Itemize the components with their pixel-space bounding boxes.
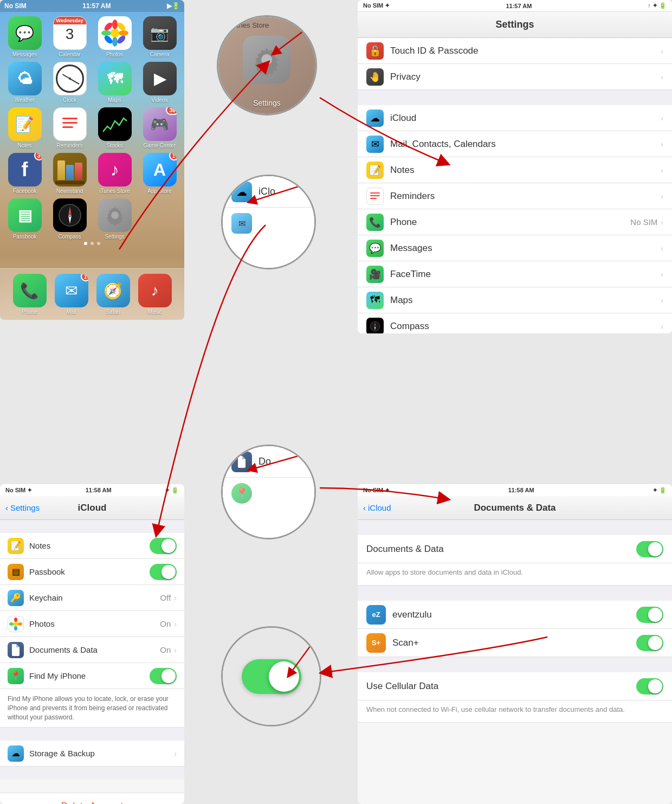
app-stocks[interactable]: Stocks (94, 107, 135, 149)
icloud-row-passbook[interactable]: ▤ Passbook (0, 559, 184, 585)
newsstand-icon[interactable] (53, 153, 87, 186)
dock-safari[interactable]: 🧭 Safari (96, 274, 130, 315)
dock-phone[interactable]: 📞 Phone (13, 274, 47, 315)
dock-music[interactable]: ♪ Music (138, 274, 172, 315)
icloud-row-findmyiphone[interactable]: 📍 Find My iPhone (0, 663, 184, 689)
app-compass[interactable]: Compass (49, 198, 90, 240)
app-gamecenter[interactable]: 36 🎮 Game Center (139, 107, 180, 149)
cellular-toggle[interactable] (636, 678, 663, 694)
dock-mail[interactable]: 1 ✉ Mail (55, 274, 88, 315)
app-settings[interactable]: Settings (94, 198, 135, 240)
notes-toggle[interactable] (150, 538, 177, 554)
camera-icon[interactable]: 📷 (143, 16, 177, 50)
reminders-icon[interactable] (53, 107, 87, 141)
calendar-icon[interactable]: Wednesday 3 (53, 16, 87, 50)
docsdata-nav-bar: ‹ iCloud Documents & Data (358, 496, 672, 520)
stocks-icon[interactable] (98, 107, 132, 141)
compass-icon[interactable] (53, 198, 87, 232)
icloud-docsdata-icon (8, 642, 24, 658)
maps-icon[interactable]: 🗺 (98, 62, 132, 95)
appstore-icon[interactable]: 1 A (143, 153, 177, 186)
docsdata-back-button[interactable]: ‹ iCloud (363, 503, 391, 512)
keychain-detail: Off (160, 593, 171, 602)
icloud-row-docsdata[interactable]: Documents & Data On › (0, 637, 184, 663)
settings-row-facetime[interactable]: 🎥 FaceTime › (358, 261, 672, 287)
app-facebook[interactable]: 3 f Facebook (4, 153, 45, 194)
videos-icon[interactable]: ▶ (143, 62, 177, 95)
settings-icon[interactable] (98, 198, 132, 232)
weather-icon[interactable]: 🌤 (8, 62, 42, 95)
touchid-chevron: › (661, 47, 663, 55)
page-indicator (0, 240, 184, 247)
app-passbook[interactable]: ▤ Passbook (4, 198, 45, 240)
cellular-description: When not connected to Wi-Fi, use cellula… (358, 700, 672, 723)
settings-row-phone[interactable]: 📞 Phone No SIM › (358, 209, 672, 235)
docsdata-row-cellular[interactable]: Use Cellular Data (358, 672, 672, 700)
dock-music-icon[interactable]: ♪ (138, 274, 172, 307)
app-camera[interactable]: 📷 Camera (139, 16, 180, 57)
facebook-icon[interactable]: 3 f (8, 153, 42, 186)
settings-row-reminders[interactable]: Reminders › (358, 183, 672, 209)
clock-icon[interactable] (53, 62, 87, 95)
itunes-icon[interactable]: ♪ (98, 153, 132, 186)
app-itunes[interactable]: ♪ iTunes Store (94, 153, 135, 194)
settings-row-maps[interactable]: 🗺 Maps › (358, 287, 672, 313)
status-battery: ▶🔋 (167, 2, 180, 10)
passbook-toggle[interactable] (150, 564, 177, 580)
settings-row-messages[interactable]: 💬 Messages › (358, 235, 672, 261)
docsdata-main-row[interactable]: Documents & Data (358, 535, 672, 563)
compass-chevron: › (661, 322, 663, 331)
app-photos[interactable]: Photos (94, 16, 135, 57)
icloud-back-button[interactable]: ‹ Settings (5, 503, 40, 512)
docsdata-main-toggle[interactable] (636, 541, 663, 557)
passbook-icon[interactable]: ▤ (8, 198, 42, 232)
icloud-row-notes[interactable]: 📝 Notes (0, 533, 184, 559)
svg-rect-9 (62, 118, 77, 119)
delete-account-button[interactable]: Delete Account (0, 793, 184, 804)
appstore-label: App Store (147, 188, 171, 194)
settings-row-compass[interactable]: Compass › (358, 313, 672, 333)
eventzulu-toggle[interactable] (636, 607, 663, 623)
app-videos[interactable]: ▶ Videos (139, 62, 180, 103)
dock-safari-icon[interactable]: 🧭 (96, 274, 130, 307)
gamecenter-badge: 36 (166, 107, 176, 115)
scanplus-toggle[interactable] (636, 635, 663, 651)
photos-icon[interactable] (98, 16, 132, 50)
app-newsstand[interactable]: Newsstand (49, 153, 90, 194)
settings-row-mailcontacts[interactable]: ✉ Mail, Contacts, Calendars › (358, 131, 672, 157)
findmyiphone-toggle[interactable] (150, 668, 177, 684)
notes-icon[interactable]: 📝 (8, 107, 42, 141)
app-placeholder (139, 198, 180, 240)
calendar-label: Calendar (59, 52, 81, 57)
docsdata-row-eventzulu[interactable]: eZ eventzulu (358, 601, 672, 629)
maps-settings-icon: 🗺 (366, 292, 384, 309)
app-calendar[interactable]: Wednesday 3 Calendar (49, 16, 90, 57)
docsdata-nav-title: Documents & Data (474, 503, 555, 513)
icloud-row-photos[interactable]: Photos On › (0, 611, 184, 637)
app-reminders[interactable]: Reminders (49, 107, 90, 149)
settings-row-privacy[interactable]: 🤚 Privacy › (358, 64, 672, 90)
svg-point-27 (9, 622, 14, 626)
settings-row-icloud[interactable]: ☁ iCloud › (358, 105, 672, 131)
icloud-back-label: Settings (10, 503, 40, 512)
messages-icon[interactable]: 💬 (8, 16, 42, 50)
icloud-row-storage[interactable]: ☁ Storage & Backup › (0, 741, 184, 767)
reminders-chevron: › (661, 192, 663, 201)
status-time: 11:57 AM (82, 2, 111, 10)
facetime-chevron: › (661, 270, 663, 279)
dock-phone-icon[interactable]: 📞 (13, 274, 47, 307)
app-maps[interactable]: 🗺 Maps (94, 62, 135, 103)
app-appstore[interactable]: 1 A App Store (139, 153, 180, 194)
app-messages[interactable]: 💬 Messages (4, 16, 45, 57)
gamecenter-icon[interactable]: 36 🎮 (143, 107, 177, 141)
app-clock[interactable]: Clock (49, 62, 90, 103)
docsdata-row-scanplus[interactable]: S+ Scan+ (358, 629, 672, 657)
app-notes[interactable]: 📝 Notes (4, 107, 45, 149)
settings-row-notes[interactable]: 📝 Notes › (358, 157, 672, 183)
settings-row-touchid[interactable]: 🔓 Touch ID & Passcode › (358, 38, 672, 64)
icloud-row-keychain[interactable]: 🔑 Keychain Off › (0, 585, 184, 611)
app-weather[interactable]: 🌤 Weather (4, 62, 45, 103)
dock-mail-icon[interactable]: 1 ✉ (55, 274, 88, 307)
compass-settings-icon (366, 318, 384, 334)
docsdata-section-sep2 (358, 586, 672, 601)
